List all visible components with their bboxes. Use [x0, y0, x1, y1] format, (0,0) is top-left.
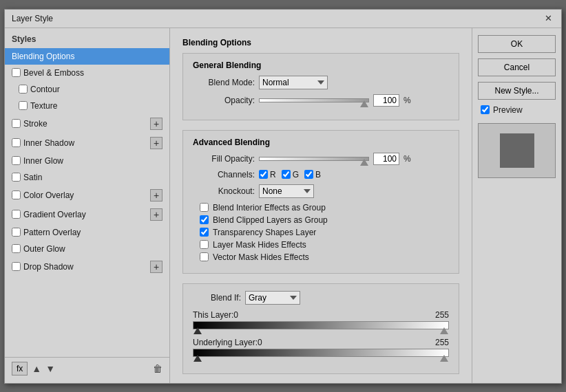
underlying-label: Underlying Layer: — [193, 338, 258, 347]
close-button[interactable]: ✕ — [543, 14, 554, 23]
underlying-max: 255 — [435, 338, 449, 347]
transparency-row: Transparency Shapes Layer — [193, 228, 449, 237]
vector-mask-checkbox[interactable] — [200, 252, 209, 261]
underlying-layer-gradient[interactable] — [193, 349, 449, 357]
right-panel: OK Cancel New Style... Preview — [472, 28, 561, 383]
channel-b-checkbox[interactable] — [304, 170, 313, 179]
inner-shadow-checkbox[interactable] — [12, 138, 21, 147]
this-layer-gradient[interactable] — [193, 321, 449, 329]
fill-opacity-row: Fill Opacity: % — [193, 153, 449, 165]
sidebar-item-satin[interactable]: Satin — [5, 169, 169, 186]
sidebar-item-texture[interactable]: Texture — [5, 98, 169, 114]
gradient-overlay-add-btn[interactable]: + — [150, 208, 163, 221]
sidebar-item-bevel-emboss[interactable]: Bevel & Emboss — [5, 65, 169, 81]
ok-button[interactable]: OK — [478, 35, 556, 53]
this-layer-right-handle[interactable] — [440, 327, 448, 334]
blend-if-label: Blend If: — [193, 293, 241, 303]
color-overlay-label: Color Overlay — [23, 190, 74, 200]
main-content: Blending Options General Blending Blend … — [170, 28, 472, 383]
bevel-emboss-label: Bevel & Emboss — [23, 68, 84, 78]
sidebar-item-inner-glow[interactable]: Inner Glow — [5, 153, 169, 169]
fill-opacity-input[interactable] — [373, 153, 399, 165]
down-icon[interactable]: ▼ — [45, 363, 55, 374]
contour-checkbox[interactable] — [19, 85, 28, 94]
gradient-overlay-checkbox[interactable] — [12, 210, 21, 219]
satin-checkbox[interactable] — [12, 173, 21, 182]
sidebar-item-pattern-overlay[interactable]: Pattern Overlay — [5, 224, 169, 241]
transparency-label: Transparency Shapes Layer — [213, 228, 316, 237]
layer-mask-checkbox[interactable] — [200, 240, 209, 249]
layer-mask-row: Layer Mask Hides Effects — [193, 240, 449, 250]
sidebar-item-color-overlay[interactable]: Color Overlay + — [5, 186, 169, 205]
sidebar-item-blending-options[interactable]: Blending Options — [5, 48, 169, 65]
advanced-blending-title: Advanced Blending — [193, 138, 449, 147]
layer-style-dialog: Layer Style ✕ Styles Blending Options Be… — [4, 9, 562, 384]
fx-button[interactable]: fx — [12, 362, 28, 375]
sidebar-item-contour[interactable]: Contour — [5, 81, 169, 98]
trash-icon[interactable]: 🗑 — [153, 363, 163, 374]
channel-r-item: R — [259, 170, 276, 179]
new-style-button[interactable]: New Style... — [478, 82, 556, 100]
dialog-body: Styles Blending Options Bevel & Emboss C… — [5, 28, 561, 383]
opacity-input[interactable] — [373, 94, 399, 107]
sidebar-item-stroke[interactable]: Stroke + — [5, 114, 169, 133]
color-overlay-checkbox[interactable] — [12, 190, 21, 199]
sidebar-item-drop-shadow[interactable]: Drop Shadow + — [5, 257, 169, 276]
sidebar-item-gradient-overlay[interactable]: Gradient Overlay + — [5, 205, 169, 224]
opacity-row: Opacity: % — [193, 94, 449, 107]
transparency-checkbox[interactable] — [200, 228, 209, 237]
preview-checkbox[interactable] — [481, 105, 490, 114]
preview-rect — [500, 133, 534, 168]
opacity-slider[interactable] — [259, 98, 369, 102]
vector-mask-label: Vector Mask Hides Effects — [213, 252, 309, 262]
channel-r-label: R — [270, 170, 276, 179]
inner-glow-checkbox[interactable] — [12, 156, 21, 165]
bevel-emboss-checkbox[interactable] — [12, 68, 21, 77]
contour-label: Contour — [30, 85, 60, 94]
blend-mode-select[interactable]: Normal Dissolve Darken Multiply — [259, 76, 328, 89]
pattern-overlay-checkbox[interactable] — [12, 228, 21, 237]
blend-if-select[interactable]: Gray Red Green Blue — [245, 291, 300, 305]
channel-g-checkbox[interactable] — [282, 170, 291, 179]
channel-b-item: B — [304, 170, 321, 179]
up-icon[interactable]: ▲ — [32, 363, 41, 374]
texture-checkbox[interactable] — [19, 101, 28, 110]
sidebar-item-outer-glow[interactable]: Outer Glow — [5, 241, 169, 257]
title-bar: Layer Style ✕ — [5, 10, 561, 28]
fill-opacity-slider[interactable] — [259, 157, 369, 161]
blend-clipped-checkbox[interactable] — [200, 215, 209, 224]
preview-label: Preview — [493, 105, 523, 115]
underlying-left-handle[interactable] — [193, 355, 202, 362]
cancel-button[interactable]: Cancel — [478, 58, 556, 76]
sidebar-item-inner-shadow[interactable]: Inner Shadow + — [5, 133, 169, 153]
knockout-select[interactable]: None Shallow Deep — [259, 184, 314, 198]
satin-label: Satin — [23, 173, 42, 182]
advanced-blending-section: Advanced Blending Fill Opacity: % Channe… — [182, 130, 459, 274]
general-blending-title: General Blending — [193, 61, 449, 70]
underlying-right-handle[interactable] — [440, 355, 448, 362]
color-overlay-add-btn[interactable]: + — [150, 189, 163, 202]
blending-options-label: Blending Options — [12, 52, 74, 61]
fill-opacity-percent: % — [403, 154, 411, 164]
blend-interior-checkbox[interactable] — [200, 203, 209, 212]
blend-mode-row: Blend Mode: Normal Dissolve Darken Multi… — [193, 76, 449, 89]
gradient-overlay-label: Gradient Overlay — [23, 210, 86, 219]
outer-glow-checkbox[interactable] — [12, 244, 21, 253]
blend-interior-label: Blend Interior Effects as Group — [213, 203, 326, 213]
preview-box — [478, 123, 556, 178]
drop-shadow-add-btn[interactable]: + — [150, 261, 163, 273]
blending-options-title: Blending Options — [182, 38, 459, 47]
blend-interior-row: Blend Interior Effects as Group — [193, 203, 449, 213]
this-layer-max: 255 — [435, 310, 449, 320]
drop-shadow-checkbox[interactable] — [12, 262, 21, 271]
channels-row: Channels: R G B — [193, 170, 449, 179]
stroke-add-btn[interactable]: + — [150, 118, 163, 130]
this-layer-left-handle[interactable] — [193, 327, 202, 334]
stroke-checkbox[interactable] — [12, 119, 21, 128]
general-blending-section: General Blending Blend Mode: Normal Diss… — [182, 53, 459, 120]
inner-shadow-add-btn[interactable]: + — [150, 137, 163, 149]
blend-mode-label: Blend Mode: — [193, 78, 255, 87]
preview-row: Preview — [478, 105, 556, 115]
this-layer-min: 0 — [233, 310, 238, 320]
channel-r-checkbox[interactable] — [259, 170, 268, 179]
